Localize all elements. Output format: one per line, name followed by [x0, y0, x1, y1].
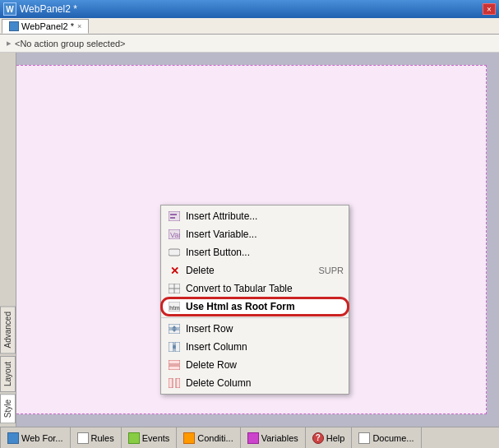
button-icon — [166, 246, 183, 259]
tabular-icon — [166, 282, 183, 295]
conditions-icon — [183, 432, 195, 444]
menu-label-use-html: Use Html as Root Form — [186, 301, 295, 312]
variable-icon: Var — [166, 228, 183, 241]
menu-separator-1 — [161, 317, 349, 318]
tab-label: WebPanel2 * — [21, 21, 74, 31]
menu-item-delete-column[interactable]: Delete Column — [161, 374, 349, 392]
status-label-web-form: Web For... — [21, 433, 63, 443]
status-label-events: Events — [142, 433, 170, 443]
status-label-document: Docume... — [372, 433, 414, 443]
action-bar: ▸ <No action group selected> — [0, 35, 499, 53]
document-icon — [358, 432, 370, 444]
svg-text:Var: Var — [170, 231, 180, 239]
variables-icon — [247, 432, 259, 444]
svg-rect-2 — [170, 217, 175, 219]
html-icon: htm — [166, 300, 183, 313]
menu-item-use-html[interactable]: htm Use Html as Root Form — [161, 298, 349, 316]
title-bar-text: WebPanel2 * — [20, 3, 483, 15]
title-bar: W WebPanel2 * × — [0, 0, 499, 18]
svg-text:htm: htm — [169, 305, 180, 311]
side-tab-style-label: Style — [3, 400, 12, 418]
context-menu: Insert Attribute... Var Insert Variable.… — [160, 205, 349, 395]
app-icon: W — [3, 2, 16, 16]
menu-item-convert-tabular[interactable]: Convert to Tabular Table — [161, 279, 349, 298]
side-tab-advanced[interactable]: Advanced — [0, 306, 16, 353]
menu-item-insert-column[interactable]: Insert Column — [161, 338, 349, 356]
canvas-area[interactable]: Insert Attribute... Var Insert Variable.… — [0, 53, 499, 427]
svg-rect-1 — [170, 214, 177, 215]
action-arrow: ▸ — [7, 38, 12, 48]
side-tab-layout[interactable]: Layout — [0, 356, 16, 392]
status-item-document[interactable]: Docume... — [352, 427, 421, 448]
svg-rect-24 — [176, 378, 180, 388]
menu-label-delete-row: Delete Row — [186, 359, 237, 371]
side-tab-advanced-label: Advanced — [3, 312, 12, 348]
attribute-icon — [166, 210, 183, 223]
status-bar: Web For... Rules Events Conditi... Varia… — [0, 427, 499, 448]
tab-bar: WebPanel2 * × — [0, 18, 499, 35]
rules-icon — [77, 432, 89, 444]
menu-item-insert-attribute[interactable]: Insert Attribute... — [161, 207, 349, 225]
close-button[interactable]: × — [483, 3, 496, 15]
menu-item-delete[interactable]: ✕ Delete SUPR — [161, 261, 349, 279]
svg-rect-21 — [169, 360, 180, 364]
web-form-icon — [7, 432, 19, 444]
delete-column-icon — [166, 376, 183, 390]
menu-label-delete-column: Delete Column — [186, 377, 251, 389]
tab-icon — [9, 21, 19, 31]
menu-label-insert-column: Insert Column — [186, 341, 247, 353]
svg-rect-23 — [169, 378, 173, 388]
status-label-variables: Variables — [261, 433, 298, 443]
side-tab-style[interactable]: Style — [0, 394, 16, 423]
tab-close-button[interactable]: × — [77, 22, 81, 30]
action-group-text: <No action group selected> — [15, 39, 126, 48]
menu-label-insert-attribute: Insert Attribute... — [186, 210, 257, 222]
insert-column-icon — [166, 340, 183, 353]
tab-webpanel2[interactable]: WebPanel2 * × — [2, 19, 89, 34]
status-label-conditions: Conditi... — [197, 433, 233, 443]
status-item-web-form[interactable]: Web For... — [0, 427, 71, 448]
events-icon — [128, 432, 140, 444]
menu-label-insert-variable: Insert Variable... — [186, 229, 256, 240]
svg-rect-0 — [169, 211, 180, 221]
menu-label-insert-row: Insert Row — [186, 323, 233, 335]
menu-label-insert-button: Insert Button... — [186, 247, 250, 258]
insert-row-icon — [166, 322, 183, 335]
svg-rect-22 — [169, 366, 180, 370]
svg-rect-5 — [169, 249, 180, 256]
status-item-help[interactable]: ? Help — [306, 427, 353, 448]
status-item-variables[interactable]: Variables — [241, 427, 306, 448]
status-item-rules[interactable]: Rules — [71, 427, 122, 448]
status-item-events[interactable]: Events — [122, 427, 178, 448]
menu-label-delete: Delete — [186, 265, 215, 276]
menu-shortcut-delete: SUPR — [318, 266, 344, 275]
menu-item-insert-row[interactable]: Insert Row — [161, 320, 349, 338]
side-tab-layout-label: Layout — [3, 362, 12, 386]
status-label-help: Help — [326, 433, 345, 443]
status-item-conditions[interactable]: Conditi... — [177, 427, 240, 448]
help-icon: ? — [312, 432, 324, 444]
menu-label-convert-tabular: Convert to Tabular Table — [186, 283, 293, 294]
menu-item-insert-variable[interactable]: Var Insert Variable... — [161, 225, 349, 243]
side-tabs: Advanced Layout Style — [0, 53, 16, 427]
menu-item-delete-row[interactable]: Delete Row — [161, 356, 349, 374]
status-label-rules: Rules — [91, 433, 114, 443]
main-area: Insert Attribute... Var Insert Variable.… — [0, 53, 499, 427]
delete-icon: ✕ — [166, 264, 183, 277]
menu-item-insert-button[interactable]: Insert Button... — [161, 243, 349, 261]
delete-row-icon — [166, 358, 183, 372]
